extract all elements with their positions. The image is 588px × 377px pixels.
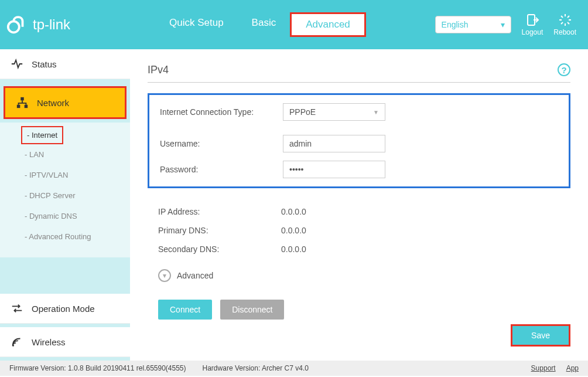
select-conn-type[interactable]: PPPoE ▼ — [283, 103, 385, 121]
page-title: IPv4 — [148, 64, 169, 76]
top-tabs: Quick Setup Basic Advanced — [155, 12, 366, 37]
operation-mode-icon — [11, 302, 23, 315]
language-select[interactable]: English ▾ — [435, 16, 511, 33]
network-subitems: Internet LAN IPTV/VLAN DHCP Server Dynam… — [0, 123, 130, 257]
tab-basic[interactable]: Basic — [238, 12, 290, 37]
reboot-icon — [558, 13, 572, 27]
input-username[interactable] — [283, 135, 385, 152]
svg-line-8 — [561, 22, 563, 24]
sidebar: Status Network Internet LAN IPTV/VLAN DH… — [0, 49, 130, 361]
svg-line-9 — [568, 16, 569, 18]
firmware-version: Firmware Version: 1.0.8 Build 20190411 r… — [9, 364, 186, 372]
app-link[interactable]: App — [566, 364, 579, 372]
caret-down-icon: ▼ — [373, 109, 379, 116]
svg-line-7 — [568, 22, 569, 24]
value-pdns: 0.0.0.0 — [281, 226, 306, 235]
label-conn-type: Internet Connection Type: — [160, 107, 283, 117]
value-sdns: 0.0.0.0 — [281, 244, 306, 254]
save-button[interactable]: Save — [512, 326, 569, 345]
wireless-icon — [11, 335, 23, 348]
chevron-down-icon: ▾ — [501, 20, 505, 29]
svg-line-6 — [561, 16, 563, 18]
support-link[interactable]: Support — [531, 364, 556, 372]
sidebar-sub-lan[interactable]: LAN — [0, 144, 130, 165]
sidebar-sub-internet[interactable]: Internet — [21, 126, 63, 144]
language-value: English — [442, 20, 469, 29]
reboot-button[interactable]: Reboot — [553, 13, 576, 36]
label-sdns: Secondary DNS: — [158, 244, 281, 254]
tab-quick-setup[interactable]: Quick Setup — [155, 12, 238, 37]
input-password[interactable] — [283, 161, 385, 178]
logout-icon — [525, 13, 539, 27]
network-icon — [16, 96, 29, 109]
header-right: English ▾ Logout Reboot — [435, 13, 576, 36]
status-icon — [11, 57, 23, 70]
chevron-down-icon: ▾ — [158, 269, 171, 282]
header: tp-link Quick Setup Basic Advanced Engli… — [0, 0, 588, 49]
main-panel: IPv4 ? Internet Connection Type: PPPoE ▼… — [130, 49, 588, 361]
sidebar-item-status[interactable]: Status — [0, 49, 130, 79]
sidebar-item-wireless[interactable]: Wireless — [0, 327, 130, 357]
footer: Firmware Version: 1.0.8 Build 20190411 r… — [0, 361, 588, 376]
sidebar-sub-iptv[interactable]: IPTV/VLAN — [0, 165, 130, 185]
sidebar-sub-routing[interactable]: Advanced Routing — [0, 226, 130, 247]
label-password: Password: — [160, 165, 283, 174]
tab-advanced[interactable]: Advanced — [290, 12, 366, 37]
label-username: Username: — [160, 139, 283, 148]
connection-form: Internet Connection Type: PPPoE ▼ Userna… — [148, 93, 570, 188]
svg-point-0 — [8, 21, 19, 32]
save-highlight: Save — [511, 324, 570, 347]
logout-button[interactable]: Logout — [522, 13, 543, 36]
sidebar-item-operation-mode[interactable]: Operation Mode — [0, 294, 130, 324]
svg-point-13 — [12, 345, 14, 347]
advanced-toggle[interactable]: ▾ Advanced — [148, 259, 570, 293]
svg-rect-10 — [20, 97, 24, 101]
sidebar-item-network[interactable]: Network — [4, 86, 127, 119]
disconnect-button[interactable]: Disconnect — [220, 300, 284, 320]
svg-rect-12 — [25, 105, 28, 108]
brand-text: tp-link — [33, 16, 70, 33]
tplink-icon — [6, 13, 28, 36]
help-icon[interactable]: ? — [558, 63, 570, 76]
label-ip: IP Address: — [158, 207, 281, 216]
sidebar-sub-dhcp[interactable]: DHCP Server — [0, 185, 130, 206]
brand-logo: tp-link — [6, 13, 120, 36]
section-title-row: IPv4 ? — [148, 63, 570, 83]
label-pdns: Primary DNS: — [158, 226, 281, 235]
value-ip: 0.0.0.0 — [281, 207, 306, 216]
hardware-version: Hardware Version: Archer C7 v4.0 — [203, 364, 309, 372]
connect-button[interactable]: Connect — [158, 300, 212, 320]
sidebar-sub-ddns[interactable]: Dynamic DNS — [0, 206, 130, 226]
svg-rect-11 — [17, 105, 20, 108]
